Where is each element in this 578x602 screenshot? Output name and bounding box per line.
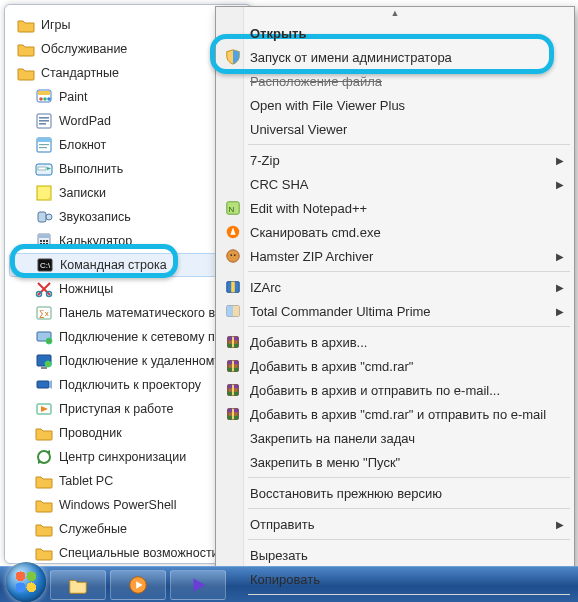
folder-accessories[interactable]: Стандартные [9,61,247,85]
start-item-netconn[interactable]: Подключение к сетевому проектору [9,325,247,349]
taskbar-explorer[interactable] [50,570,106,600]
context-item[interactable]: Восстановить прежнюю версию [218,481,572,505]
start-orb[interactable] [6,562,46,602]
svg-marker-40 [49,380,52,389]
svg-rect-18 [38,212,46,222]
rar-icon [224,405,242,423]
context-separator [248,271,570,272]
svg-point-19 [46,214,52,220]
folder-icon [35,496,53,514]
context-item-label: Добавить в архив... [250,335,367,350]
subfolder[interactable]: Windows PowerShell [9,493,247,517]
context-item[interactable]: Добавить в архив "cmd.rar" и отправить п… [218,402,572,426]
submenu-arrow-icon: ▶ [556,155,564,166]
context-item[interactable]: Открыть [218,21,572,45]
context-separator [248,539,570,540]
start-item-sync[interactable]: Центр синхронизации [9,445,247,469]
taskbar-wmp[interactable] [110,570,166,600]
context-item[interactable]: Копировать [218,567,572,591]
context-item-label: 7-Zip [250,153,280,168]
folder-icon [35,520,53,538]
avast-icon [224,223,242,241]
start-item-calc[interactable]: Калькулятор [9,229,247,253]
context-item[interactable]: Universal Viewer [218,117,572,141]
start-item-rdp[interactable]: Подключение к удаленному рабочему столу [9,349,247,373]
context-item[interactable]: Сканировать cmd.exe [218,220,572,244]
start-item-cmd[interactable]: C:\Командная строка [9,253,247,277]
context-item[interactable]: Добавить в архив "cmd.rar" [218,354,572,378]
start-item-mathpanel[interactable]: ∑xПанель математического ввода [9,301,247,325]
blank-icon [224,151,242,169]
context-item[interactable]: Закрепить в меню "Пуск" [218,450,572,474]
svg-point-49 [227,250,239,262]
folder-maintenance[interactable]: Обслуживание [9,37,247,61]
context-separator [248,144,570,145]
start-item-paint[interactable]: Paint [9,85,247,109]
svg-rect-39 [37,381,49,388]
submenu-arrow-icon: ▶ [556,519,564,530]
getting-icon [35,400,53,418]
svg-text:N: N [229,205,235,214]
netconn-icon [35,328,53,346]
svg-rect-10 [37,138,51,142]
run-icon [35,160,53,178]
folder-label: Игры [41,15,70,35]
context-scroll-up[interactable]: ▲ [216,7,574,19]
context-item[interactable]: Добавить в архив... [218,330,572,354]
start-item-sndrec[interactable]: Звукозапись [9,205,247,229]
context-item[interactable]: Total Commander Ultima Prime▶ [218,299,572,323]
svg-point-23 [43,240,45,242]
context-item[interactable]: Удалить [218,598,572,602]
start-item-label: Звукозапись [59,207,131,227]
svg-rect-16 [37,186,51,200]
context-item[interactable]: Open with File Viewer Plus [218,93,572,117]
svg-rect-53 [231,282,235,293]
svg-rect-6 [39,117,49,119]
context-item[interactable]: Отправить▶ [218,512,572,536]
start-item-label: WordPad [59,111,111,131]
context-item-label: Запуск от имени администратора [250,50,452,65]
start-item-label: Paint [59,87,88,107]
start-item-label: Приступая к работе [59,399,173,419]
context-separator [248,508,570,509]
context-item[interactable]: IZArc▶ [218,275,572,299]
context-item[interactable]: CRC SHA▶ [218,172,572,196]
submenu-arrow-icon: ▶ [556,179,564,190]
context-item-label: Total Commander Ultima Prime [250,304,431,319]
subfolder[interactable]: Специальные возможности [9,541,247,565]
context-item[interactable]: Hamster ZIP Archiver▶ [218,244,572,268]
start-item-projector[interactable]: Подключить к проектору [9,373,247,397]
start-item-sticky[interactable]: Записки [9,181,247,205]
context-item[interactable]: Расположение файла [218,69,572,93]
svg-point-38 [45,361,51,367]
context-item[interactable]: Запуск от имени администратора [218,45,572,69]
svg-point-27 [46,243,48,245]
folder-icon [17,40,35,58]
folder-games[interactable]: Игры [9,13,247,37]
rar-icon [224,333,242,351]
start-item-getting[interactable]: Приступая к работе [9,397,247,421]
context-item[interactable]: Закрепить на панели задач [218,426,572,450]
context-item[interactable]: NEdit with Notepad++ [218,196,572,220]
start-item-run[interactable]: Выполнить [9,157,247,181]
start-item-wordpad[interactable]: WordPad [9,109,247,133]
start-item-notepad[interactable]: Блокнот [9,133,247,157]
subfolder[interactable]: Служебные [9,517,247,541]
context-item[interactable]: Вырезать [218,543,572,567]
projector-icon [35,376,53,394]
svg-rect-11 [39,144,49,145]
blank-icon [224,484,242,502]
subfolder-label: Tablet PC [59,471,113,491]
start-item-snip[interactable]: Ножницы [9,277,247,301]
svg-rect-21 [39,235,49,238]
start-item-explorer[interactable]: Проводник [9,421,247,445]
sticky-icon [35,184,53,202]
blank-icon [224,175,242,193]
folder-icon [35,544,53,562]
context-item[interactable]: Добавить в архив и отправить по e-mail..… [218,378,572,402]
subfolder[interactable]: Tablet PC [9,469,247,493]
svg-text:C:\: C:\ [40,261,51,270]
context-item-label: Сканировать cmd.exe [250,225,381,240]
context-item[interactable]: 7-Zip▶ [218,148,572,172]
rar-icon [224,381,242,399]
